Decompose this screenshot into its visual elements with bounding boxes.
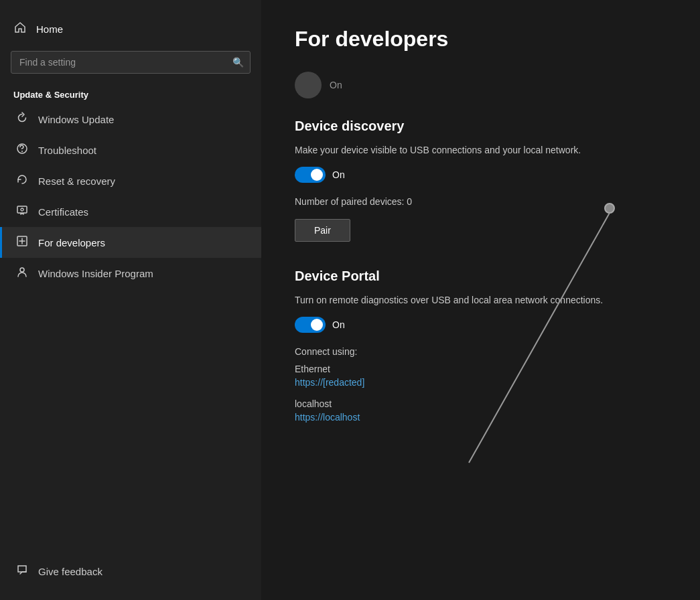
top-partial-row: On — [295, 72, 667, 98]
windows-insider-icon — [15, 266, 29, 281]
sidebar: Home 🔍 Update & Security Windows Update — [0, 0, 261, 600]
device-portal-desc: Turn on remote diagnostics over USB and … — [295, 293, 667, 307]
sidebar-item-troubleshoot[interactable]: Troubleshoot — [0, 135, 261, 165]
device-discovery-section: Device discovery Make your device visibl… — [295, 119, 667, 269]
for-developers-icon — [15, 235, 29, 250]
give-feedback-icon — [15, 564, 29, 579]
device-discovery-toggle-label: On — [332, 169, 345, 180]
paired-devices-text: Number of paired devices: 0 — [295, 196, 667, 207]
device-portal-section: Device Portal Turn on remote diagnostics… — [295, 269, 667, 423]
svg-point-3 — [21, 208, 23, 211]
device-portal-toggle-row: On — [295, 317, 667, 333]
localhost-url[interactable]: https://localhost — [295, 412, 667, 423]
top-partial-label: On — [330, 80, 342, 90]
search-box: 🔍 — [11, 51, 251, 74]
device-discovery-toggle[interactable] — [295, 167, 326, 183]
troubleshoot-label: Troubleshoot — [38, 145, 96, 156]
device-discovery-desc: Make your device visible to USB connecti… — [295, 143, 667, 157]
device-discovery-toggle-knob — [311, 169, 323, 181]
search-input[interactable] — [11, 51, 251, 74]
main-content: For developers On Device discovery Make … — [261, 0, 700, 600]
search-icon: 🔍 — [232, 57, 244, 68]
svg-point-1 — [21, 151, 23, 152]
device-portal-toggle-label: On — [332, 319, 345, 330]
svg-point-5 — [20, 268, 24, 272]
for-developers-label: For developers — [38, 237, 105, 248]
ethernet-url[interactable]: https://[redacted] — [295, 377, 667, 388]
windows-insider-label: Windows Insider Program — [38, 268, 153, 279]
windows-update-icon — [15, 112, 29, 127]
svg-rect-2 — [17, 206, 27, 213]
localhost-connection: localhost https://localhost — [295, 398, 667, 423]
reset-recovery-icon — [15, 173, 29, 188]
sidebar-item-certificates[interactable]: Certificates — [0, 196, 261, 227]
windows-update-label: Windows Update — [38, 114, 114, 125]
ethernet-label: Ethernet — [295, 364, 667, 374]
device-portal-toggle-knob — [311, 319, 323, 331]
pair-button[interactable]: Pair — [295, 219, 350, 242]
sidebar-item-give-feedback[interactable]: Give feedback — [0, 556, 261, 587]
avatar — [295, 72, 322, 98]
sidebar-item-reset-recovery[interactable]: Reset & recovery — [0, 165, 261, 196]
certificates-icon — [15, 204, 29, 219]
sidebar-section-title: Update & Security — [0, 84, 261, 104]
sidebar-bottom: Give feedback — [0, 556, 261, 600]
device-discovery-title: Device discovery — [295, 119, 667, 134]
home-icon — [13, 21, 27, 36]
sidebar-item-windows-insider[interactable]: Windows Insider Program — [0, 258, 261, 289]
sidebar-item-for-developers[interactable]: For developers — [0, 227, 261, 258]
page-title: For developers — [295, 27, 667, 52]
sidebar-item-windows-update[interactable]: Windows Update — [0, 104, 261, 135]
ethernet-connection: Ethernet https://[redacted] — [295, 364, 667, 388]
device-portal-toggle[interactable] — [295, 317, 326, 333]
connect-using-label: Connect using: — [295, 346, 667, 357]
device-discovery-toggle-row: On — [295, 167, 667, 183]
home-label: Home — [36, 23, 63, 35]
sidebar-nav: Windows Update Troubleshoot Reset & reco… — [0, 104, 261, 289]
reset-recovery-label: Reset & recovery — [38, 175, 115, 187]
sidebar-item-home[interactable]: Home — [0, 13, 261, 44]
device-portal-title: Device Portal — [295, 269, 667, 284]
give-feedback-label: Give feedback — [38, 566, 102, 577]
localhost-label: localhost — [295, 398, 667, 409]
certificates-label: Certificates — [38, 206, 88, 218]
troubleshoot-icon — [15, 143, 29, 157]
